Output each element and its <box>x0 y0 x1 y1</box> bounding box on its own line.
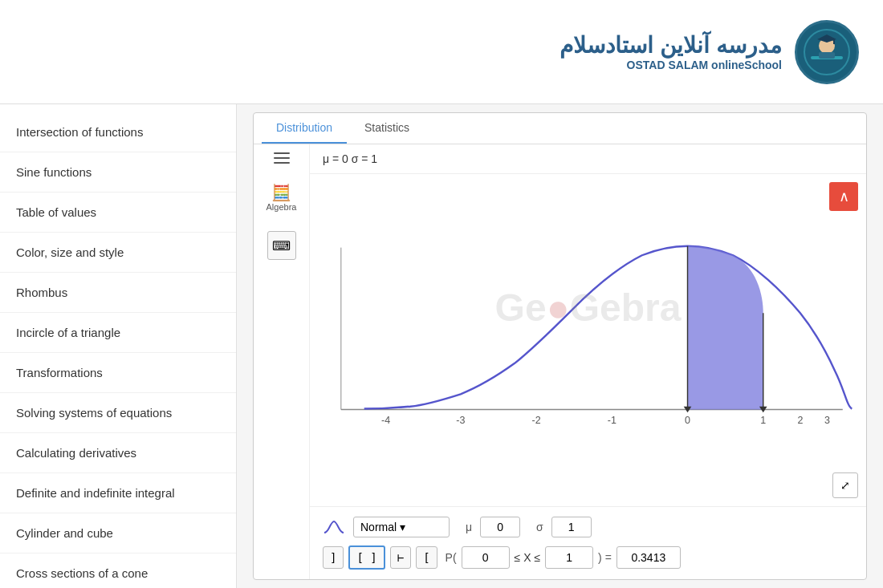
sigma-param-label: σ <box>536 521 543 533</box>
sidebar-item-derivatives[interactable]: Calculating derivatives <box>0 433 236 473</box>
bell-curve-chart: -4 -3 -2 -1 0 1 2 3 <box>318 182 858 498</box>
distribution-type-label: Normal <box>360 521 397 533</box>
panel-main: μ = 0 σ = 1 Ge●Gebra ∧ <box>310 144 866 579</box>
content-area: Distribution Statistics 🧮 Algebra ⌨ <box>237 104 883 588</box>
panel-tabs: Distribution Statistics <box>254 113 866 144</box>
top-header: مدرسه آنلاین استادسلام OSTAD SALAM onlin… <box>0 0 883 104</box>
sidebar-item-cylinder[interactable]: Cylinder and cube <box>0 513 236 554</box>
prob-close-paren: ) = <box>598 551 612 564</box>
tab-distribution[interactable]: Distribution <box>262 113 347 144</box>
prob-lower-input[interactable] <box>462 546 510 569</box>
bottom-controls: Normal ▾ μ σ ] [ ] ⊢ <box>310 506 866 579</box>
bracket-btn-both[interactable]: [ ] <box>348 545 385 570</box>
svg-text:2: 2 <box>797 415 803 426</box>
chart-area: Ge●Gebra ∧ -4 -3 -2 <box>310 174 866 506</box>
distribution-curve-icon <box>323 520 345 534</box>
sidebar-item-integral[interactable]: Definite and indefinite integral <box>0 473 236 513</box>
panel-body: 🧮 Algebra ⌨ μ = 0 σ = 1 Ge●G <box>254 144 866 579</box>
sidebar-item-intersection[interactable]: Intersection of functions <box>0 112 236 152</box>
school-name-latin: OSTAD SALAM onlineSchool <box>560 59 782 71</box>
bracket-btn-left-line[interactable]: ⊢ <box>390 546 411 569</box>
distribution-selector[interactable]: Normal ▾ <box>353 517 450 537</box>
svg-text:-3: -3 <box>456 415 465 426</box>
keyboard-button[interactable]: ⌨ <box>267 231 296 260</box>
bracket-btn-right[interactable]: ] <box>323 546 344 569</box>
algebra-section[interactable]: 🧮 Algebra <box>260 176 303 218</box>
svg-rect-3 <box>819 52 835 59</box>
calculator-icon: 🧮 <box>271 183 291 202</box>
geogebra-panel: Distribution Statistics 🧮 Algebra ⌨ <box>253 112 867 580</box>
svg-text:-4: -4 <box>381 415 390 426</box>
distribution-header: μ = 0 σ = 1 <box>310 144 866 174</box>
svg-text:1: 1 <box>760 415 766 426</box>
svg-text:3: 3 <box>824 415 830 426</box>
dropdown-arrow-icon: ▾ <box>400 521 405 533</box>
sidebar-item-table[interactable]: Table of values <box>0 193 236 233</box>
algebra-label: Algebra <box>267 202 297 212</box>
expand-button[interactable]: ⤢ <box>832 472 858 498</box>
prob-p-label: P( <box>446 551 457 564</box>
sidebar-item-solving[interactable]: Solving systems of equations <box>0 393 236 433</box>
probability-row: ] [ ] ⊢ [ P( ≤ X ≤ ) = 0.3413 <box>323 545 853 570</box>
sidebar-item-transformations[interactable]: Transformations <box>0 353 236 393</box>
school-name-arabic: مدرسه آنلاین استادسلام <box>560 32 782 59</box>
sidebar: Intersection of functions Sine functions… <box>0 104 237 588</box>
sidebar-item-color[interactable]: Color, size and style <box>0 233 236 273</box>
svg-text:0: 0 <box>685 415 690 426</box>
prob-le-x-le: ≤ X ≤ <box>515 551 540 564</box>
bracket-btn-left[interactable]: [ <box>416 546 437 569</box>
sidebar-item-incircle[interactable]: Incircle of a triangle <box>0 313 236 353</box>
svg-rect-5 <box>833 39 835 44</box>
sidebar-item-sine[interactable]: Sine functions <box>0 152 236 193</box>
prob-upper-input[interactable] <box>545 546 593 569</box>
mu-sigma-label: μ = 0 σ = 1 <box>323 152 377 165</box>
hamburger-icon[interactable] <box>274 152 290 164</box>
lambda-button[interactable]: ∧ <box>829 182 858 211</box>
svg-text:-2: -2 <box>532 415 541 426</box>
distribution-row: Normal ▾ μ σ <box>323 517 853 537</box>
sidebar-item-rhombus[interactable]: Rhombus <box>0 273 236 313</box>
school-branding: مدرسه آنلاین استادسلام OSTAD SALAM onlin… <box>560 20 859 84</box>
panel-side-toolbar: 🧮 Algebra ⌨ <box>254 144 310 579</box>
mu-input[interactable] <box>480 517 520 537</box>
prob-result-display: 0.3413 <box>616 546 681 569</box>
mu-param-label: μ <box>466 521 472 533</box>
svg-text:-1: -1 <box>608 415 616 426</box>
sidebar-item-cross-sections[interactable]: Cross sections of a cone <box>0 554 236 588</box>
tab-statistics[interactable]: Statistics <box>350 113 424 144</box>
school-text: مدرسه آنلاین استادسلام OSTAD SALAM onlin… <box>560 32 782 71</box>
main-area: Intersection of functions Sine functions… <box>0 104 883 588</box>
school-logo <box>795 20 859 84</box>
sigma-input[interactable] <box>551 517 592 537</box>
